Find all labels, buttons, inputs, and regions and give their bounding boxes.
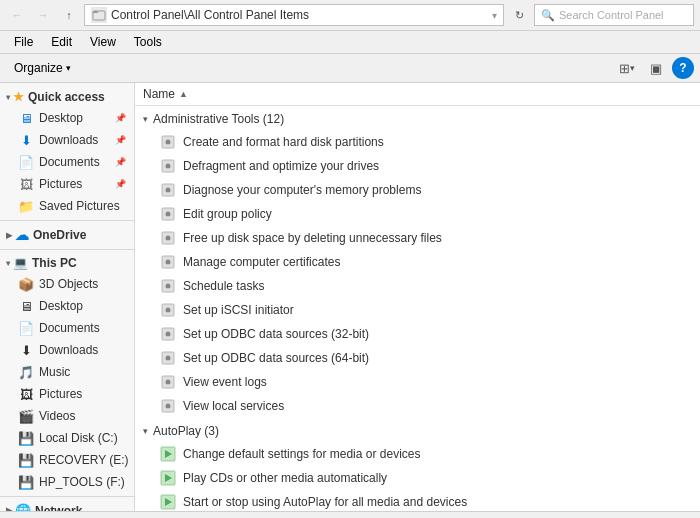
svg-point-5 (166, 164, 171, 169)
file-item-odbc-32[interactable]: Set up ODBC data sources (32-bit) (135, 322, 700, 346)
address-bar[interactable]: Control Panel\All Control Panel Items ▾ (84, 4, 504, 26)
desktop-icon: 🖥 (18, 110, 34, 126)
sidebar-item-local-disk-c[interactable]: 💾 Local Disk (C:) (0, 427, 134, 449)
onedrive-cloud-icon: ☁ (15, 227, 29, 243)
pin-icon-downloads: 📌 (115, 135, 126, 145)
address-text: Control Panel\All Control Panel Items (111, 8, 309, 22)
path-icon (91, 7, 107, 23)
sidebar-thispc-label: This PC (32, 256, 77, 270)
3dobjects-icon: 📦 (18, 276, 34, 292)
file-item-odbc-64-label: Set up ODBC data sources (64-bit) (183, 351, 369, 365)
gear-icon-6 (159, 253, 177, 271)
file-item-iscsi-label: Set up iSCSI initiator (183, 303, 294, 317)
toolbar-right: ⊞ ▾ ▣ ? (614, 57, 694, 79)
sidebar-thispc-header[interactable]: ▾ 💻 This PC (0, 253, 134, 273)
gear-icon-4 (159, 205, 177, 223)
file-item-manage-certs[interactable]: Manage computer certificates (135, 250, 700, 274)
sidebar-item-recovery-e[interactable]: 💾 RECOVERY (E:) (0, 449, 134, 471)
autoplay-icon-3 (159, 493, 177, 511)
organize-label: Organize (14, 61, 63, 75)
file-item-odbc-64[interactable]: Set up ODBC data sources (64-bit) (135, 346, 700, 370)
sidebar-item-pictures-quick[interactable]: 🖼 Pictures 📌 (0, 173, 134, 195)
help-button[interactable]: ? (672, 57, 694, 79)
menu-view[interactable]: View (82, 33, 124, 51)
file-item-schedule-tasks-label: Schedule tasks (183, 279, 264, 293)
autoplay-icon-2 (159, 469, 177, 487)
sidebar-item-hp-tools-f-label: HP_TOOLS (F:) (39, 475, 125, 489)
menu-bar: File Edit View Tools (0, 31, 700, 54)
sidebar-item-downloads-pc[interactable]: ⬇ Downloads (0, 339, 134, 361)
svg-point-3 (166, 140, 171, 145)
group-autoplay-label: AutoPlay (3) (153, 424, 219, 438)
sidebar-network-header[interactable]: ▶ 🌐 Network (0, 500, 134, 511)
file-item-autoplay-play-label: Play CDs or other media automatically (183, 471, 387, 485)
menu-edit[interactable]: Edit (43, 33, 80, 51)
sidebar-item-hp-tools-f[interactable]: 💾 HP_TOOLS (F:) (0, 471, 134, 493)
sidebar-item-desktop-quick[interactable]: 🖥 Desktop 📌 (0, 107, 134, 129)
menu-tools[interactable]: Tools (126, 33, 170, 51)
address-dropdown-arrow[interactable]: ▾ (492, 10, 497, 21)
organize-arrow: ▾ (66, 63, 71, 73)
file-item-schedule-tasks[interactable]: Schedule tasks (135, 274, 700, 298)
view-options-button[interactable]: ⊞ ▾ (614, 57, 640, 79)
file-item-defragment[interactable]: Defragment and optimize your drives (135, 154, 700, 178)
sidebar-item-desktop-quick-label: Desktop (39, 111, 83, 125)
group-header-admin-tools[interactable]: ▾ Administrative Tools (12) (135, 106, 700, 130)
search-placeholder: Search Control Panel (559, 9, 664, 21)
file-item-autoplay-play[interactable]: Play CDs or other media automatically (135, 466, 700, 490)
pictures-icon: 🖼 (18, 176, 34, 192)
thispc-monitor-icon: 💻 (13, 256, 28, 270)
pane-button[interactable]: ▣ (643, 57, 669, 79)
sidebar-item-3dobjects-label: 3D Objects (39, 277, 98, 291)
gear-icon-7 (159, 277, 177, 295)
file-item-edit-group-policy-label: Edit group policy (183, 207, 272, 221)
file-item-view-local-services[interactable]: View local services (135, 394, 700, 418)
forward-button[interactable]: → (32, 4, 54, 26)
sidebar-item-documents-pc[interactable]: 📄 Documents (0, 317, 134, 339)
file-item-diagnose-memory[interactable]: Diagnose your computer's memory problems (135, 178, 700, 202)
group-header-autoplay[interactable]: ▾ AutoPlay (3) (135, 418, 700, 442)
back-button[interactable]: ← (6, 4, 28, 26)
sidebar-item-pictures-pc[interactable]: 🖼 Pictures (0, 383, 134, 405)
file-item-diagnose-memory-label: Diagnose your computer's memory problems (183, 183, 421, 197)
sidebar-item-saved-pictures-label: Saved Pictures (39, 199, 120, 213)
column-name-header[interactable]: Name ▲ (143, 87, 188, 101)
refresh-button[interactable]: ↻ (508, 4, 530, 26)
menu-file[interactable]: File (6, 33, 41, 51)
sidebar-item-saved-pictures[interactable]: 📁 Saved Pictures (0, 195, 134, 217)
svg-rect-1 (93, 11, 98, 13)
title-bar: ← → ↑ Control Panel\All Control Panel It… (0, 0, 700, 31)
onedrive-collapse-arrow: ▶ (6, 231, 12, 240)
file-item-iscsi[interactable]: Set up iSCSI initiator (135, 298, 700, 322)
file-item-view-event-logs[interactable]: View event logs (135, 370, 700, 394)
file-item-autoplay-startstop-label: Start or stop using AutoPlay for all med… (183, 495, 467, 509)
sidebar-item-3dobjects[interactable]: 📦 3D Objects (0, 273, 134, 295)
saved-pictures-icon: 📁 (18, 198, 34, 214)
sidebar-quick-access-header[interactable]: ▾ ★ Quick access (0, 87, 134, 107)
gear-icon-3 (159, 181, 177, 199)
search-bar[interactable]: 🔍 Search Control Panel (534, 4, 694, 26)
sidebar-item-downloads-quick[interactable]: ⬇ Downloads 📌 (0, 129, 134, 151)
group-admin-chevron: ▾ (143, 114, 148, 124)
sidebar-item-pictures-quick-label: Pictures (39, 177, 82, 191)
sidebar-item-music[interactable]: 🎵 Music (0, 361, 134, 383)
organize-button[interactable]: Organize ▾ (6, 59, 79, 77)
file-item-autoplay-change[interactable]: Change default settings for media or dev… (135, 442, 700, 466)
svg-point-17 (166, 308, 171, 313)
up-button[interactable]: ↑ (58, 4, 80, 26)
sidebar-onedrive-label: OneDrive (33, 228, 86, 242)
sidebar: ▾ ★ Quick access 🖥 Desktop 📌 ⬇ Downloads… (0, 83, 135, 511)
file-item-autoplay-startstop[interactable]: Start or stop using AutoPlay for all med… (135, 490, 700, 511)
sidebar-network-label: Network (35, 504, 82, 512)
gear-icon-5 (159, 229, 177, 247)
svg-point-19 (166, 332, 171, 337)
file-item-create-partitions[interactable]: Create and format hard disk partitions (135, 130, 700, 154)
sidebar-item-desktop-pc[interactable]: 🖥 Desktop (0, 295, 134, 317)
sidebar-item-documents-quick[interactable]: 📄 Documents 📌 (0, 151, 134, 173)
sidebar-onedrive-header[interactable]: ▶ ☁ OneDrive (0, 224, 134, 246)
svg-point-21 (166, 356, 171, 361)
sidebar-item-videos[interactable]: 🎬 Videos (0, 405, 134, 427)
file-item-free-disk-space[interactable]: Free up disk space by deleting unnecessa… (135, 226, 700, 250)
file-item-edit-group-policy[interactable]: Edit group policy (135, 202, 700, 226)
gear-icon-10 (159, 349, 177, 367)
